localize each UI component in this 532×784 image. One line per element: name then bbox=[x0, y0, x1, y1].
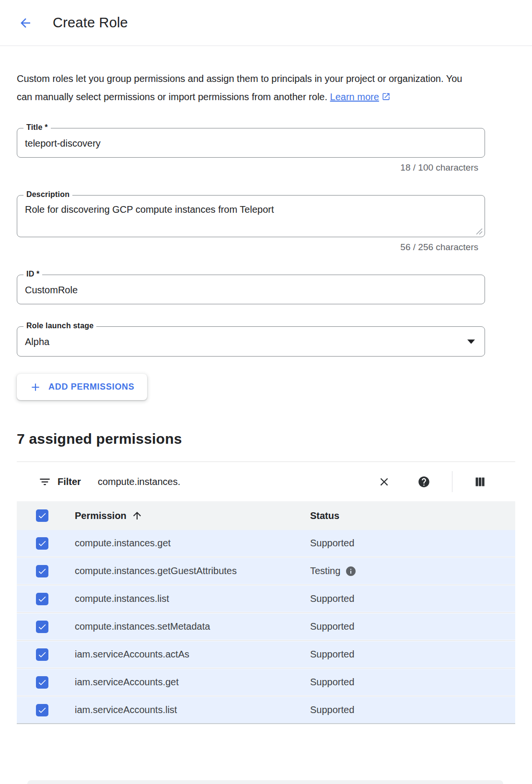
row-permission: iam.serviceAccounts.actAs bbox=[75, 649, 189, 660]
id-field: ID * bbox=[17, 275, 485, 304]
table-row: iam.serviceAccounts.actAs Supported bbox=[17, 641, 515, 668]
external-link-icon bbox=[382, 92, 391, 101]
table-row: iam.serviceAccounts.list Supported bbox=[17, 697, 515, 723]
row-status-text: Supported bbox=[310, 677, 354, 688]
description-char-counter: 56 / 256 characters bbox=[17, 242, 485, 253]
filter-icon bbox=[38, 475, 51, 488]
row-status-text: Supported bbox=[310, 538, 354, 549]
id-input[interactable] bbox=[17, 275, 485, 304]
row-checkbox[interactable] bbox=[36, 565, 48, 577]
intro-text: Custom roles let you group permissions a… bbox=[17, 69, 463, 106]
id-field-label: ID * bbox=[23, 270, 42, 278]
table-header-row: Permission Status bbox=[17, 501, 515, 530]
back-arrow-icon bbox=[18, 16, 33, 30]
title-field: Title * bbox=[17, 128, 485, 158]
row-permission: compute.instances.list bbox=[75, 593, 169, 604]
title-input[interactable] bbox=[17, 128, 485, 157]
assigned-permissions-heading: 7 assigned permissions bbox=[17, 431, 532, 447]
resize-handle-icon[interactable] bbox=[476, 228, 483, 235]
bottom-cutoff-element bbox=[27, 780, 503, 784]
launch-stage-value: Alpha bbox=[25, 336, 49, 347]
sort-ascending-icon bbox=[131, 510, 143, 521]
row-status-text: Supported bbox=[310, 704, 354, 715]
back-button[interactable] bbox=[18, 16, 33, 30]
check-icon bbox=[37, 594, 47, 604]
table-row: compute.instances.get Supported bbox=[17, 530, 515, 556]
check-icon bbox=[37, 650, 47, 659]
toolbar-divider bbox=[452, 471, 452, 492]
row-checkbox[interactable] bbox=[36, 621, 48, 633]
filter-input[interactable] bbox=[97, 476, 305, 488]
title-field-label: Title * bbox=[23, 123, 51, 132]
columns-icon bbox=[474, 475, 486, 488]
row-status-text: Supported bbox=[310, 621, 354, 632]
row-status-text: Supported bbox=[310, 593, 354, 604]
description-field-group: Description Role for discovering GCP com… bbox=[17, 195, 532, 253]
id-field-group: ID * bbox=[17, 275, 532, 304]
clear-filter-button[interactable] bbox=[378, 475, 391, 488]
row-permission: compute.instances.get bbox=[75, 538, 171, 549]
filter-button[interactable]: Filter bbox=[38, 475, 81, 488]
select-all-checkbox[interactable] bbox=[36, 509, 48, 522]
info-icon[interactable] bbox=[345, 565, 357, 577]
check-icon bbox=[37, 705, 47, 715]
add-permissions-button[interactable]: ADD PERMISSIONS bbox=[17, 374, 147, 400]
intro-text-body: Custom roles let you group permissions a… bbox=[17, 73, 462, 102]
launch-stage-field-group: Role launch stage Alpha bbox=[17, 326, 532, 357]
row-checkbox[interactable] bbox=[36, 676, 48, 689]
title-char-counter: 18 / 100 characters bbox=[17, 162, 485, 173]
table-row: iam.serviceAccounts.get Supported bbox=[17, 669, 515, 695]
check-icon bbox=[37, 622, 47, 632]
row-permission: compute.instances.setMetadata bbox=[75, 621, 210, 632]
description-field-label: Description bbox=[23, 190, 72, 199]
table-row: compute.instances.setMetadata Supported bbox=[17, 613, 515, 640]
permissions-rows: compute.instances.get Supported compute.… bbox=[17, 530, 515, 724]
column-header-permission[interactable]: Permission bbox=[75, 510, 310, 521]
row-checkbox[interactable] bbox=[36, 648, 48, 661]
launch-stage-select[interactable]: Role launch stage Alpha bbox=[17, 326, 485, 357]
plus-icon bbox=[29, 381, 42, 393]
page-header: Create Role bbox=[0, 0, 532, 46]
table-row: compute.instances.getGuestAttributes Tes… bbox=[17, 558, 515, 584]
learn-more-link[interactable]: Learn more bbox=[330, 92, 391, 102]
row-checkbox[interactable] bbox=[36, 704, 48, 716]
description-field: Description Role for discovering GCP com… bbox=[17, 195, 485, 237]
column-options-button[interactable] bbox=[474, 475, 486, 488]
title-field-group: Title * 18 / 100 characters bbox=[17, 128, 532, 173]
column-header-status[interactable]: Status bbox=[310, 510, 515, 521]
filter-toolbar: Filter bbox=[17, 462, 515, 501]
row-status-text: Testing bbox=[310, 565, 340, 576]
description-textarea[interactable]: Role for discovering GCP compute instanc… bbox=[17, 196, 485, 237]
row-permission: iam.serviceAccounts.list bbox=[75, 704, 177, 715]
close-icon bbox=[378, 475, 391, 488]
check-icon bbox=[37, 511, 47, 520]
table-row: compute.instances.list Supported bbox=[17, 586, 515, 612]
help-button[interactable] bbox=[417, 475, 430, 488]
launch-stage-label: Role launch stage bbox=[23, 322, 96, 330]
row-checkbox[interactable] bbox=[36, 593, 48, 605]
row-permission: compute.instances.getGuestAttributes bbox=[75, 565, 237, 576]
dropdown-arrow-icon bbox=[467, 339, 475, 344]
check-icon bbox=[37, 539, 47, 548]
help-icon bbox=[417, 475, 430, 488]
row-permission: iam.serviceAccounts.get bbox=[75, 677, 179, 688]
permissions-table: Filter bbox=[17, 461, 515, 724]
page-title: Create Role bbox=[53, 15, 128, 31]
row-status-text: Supported bbox=[310, 649, 354, 660]
check-icon bbox=[37, 678, 47, 687]
row-checkbox[interactable] bbox=[36, 537, 48, 550]
check-icon bbox=[37, 566, 47, 576]
